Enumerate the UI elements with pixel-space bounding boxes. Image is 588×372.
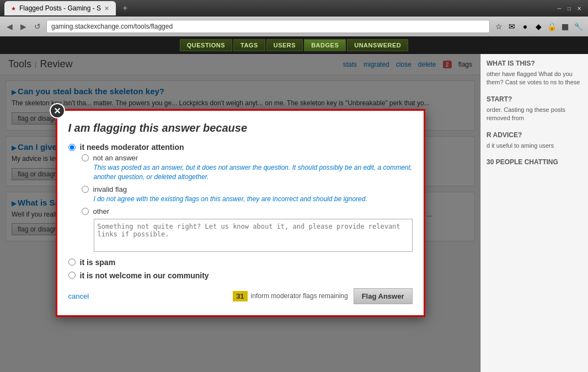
spam-radio[interactable] bbox=[68, 258, 76, 266]
close-button[interactable]: ✕ bbox=[575, 4, 584, 13]
tool-icon-1[interactable]: ● bbox=[520, 21, 531, 32]
not-an-answer-text: not an answer bbox=[93, 154, 138, 162]
nav-unanswered[interactable]: UNANSWERED bbox=[347, 39, 408, 51]
start-section: START? order. Casting ng these posts rem… bbox=[487, 95, 582, 123]
new-tab-button[interactable]: + bbox=[118, 2, 132, 14]
invalid-flag-desc: I do not agree with the existing flags o… bbox=[94, 195, 413, 204]
moderator-attention-text: it needs moderator attention bbox=[80, 143, 184, 152]
page-content: Tools | Review stats migrated close dele… bbox=[0, 54, 588, 372]
tab-close-icon[interactable]: ✕ bbox=[104, 5, 109, 12]
browser-toolbar: ◀ ▶ ↺ gaming.stackexchange.com/tools/fla… bbox=[0, 17, 588, 36]
spam-label[interactable]: it is spam bbox=[68, 258, 413, 267]
other-option: other bbox=[82, 207, 413, 254]
modal-title: I am flagging this answer because bbox=[68, 122, 413, 134]
window-controls: ─ □ ✕ bbox=[555, 4, 584, 13]
mail-icon[interactable]: ✉ bbox=[506, 21, 517, 32]
browser-titlebar: ★ Flagged Posts - Gaming - S ✕ + ─ □ ✕ bbox=[0, 0, 588, 17]
tab-title: Flagged Posts - Gaming - S bbox=[19, 4, 101, 12]
sub-options: not an answer This was posted as an answ… bbox=[82, 154, 413, 253]
invalid-flag-text: invalid flag bbox=[93, 185, 127, 193]
invalid-flag-radio[interactable] bbox=[82, 186, 89, 193]
settings-icon[interactable]: 🔧 bbox=[573, 21, 584, 32]
not-an-answer-desc: This was posted as an answer, but it doe… bbox=[94, 163, 413, 182]
what-is-this-section: WHAT IS THIS? other have flagged What do… bbox=[487, 60, 582, 87]
tool-icon-2[interactable]: ◆ bbox=[533, 21, 544, 32]
flags-count: 31 bbox=[233, 291, 247, 301]
spam-group: it is spam bbox=[68, 258, 413, 267]
forward-button[interactable]: ▶ bbox=[18, 21, 29, 32]
not-welcome-text: it is not welcome in our community bbox=[80, 271, 209, 280]
not-welcome-label[interactable]: it is not welcome in our community bbox=[68, 271, 413, 280]
not-welcome-group: it is not welcome in our community bbox=[68, 271, 413, 280]
modal-overlay: ✕ I am flagging this answer because it n… bbox=[0, 54, 480, 372]
other-text: other bbox=[93, 207, 110, 215]
advice-text: d it useful to aming users bbox=[487, 142, 582, 150]
flags-remaining-label: inform moderator flags remaining bbox=[251, 292, 348, 300]
nav-tags[interactable]: TAGS bbox=[233, 39, 265, 51]
other-radio[interactable] bbox=[82, 208, 89, 215]
cancel-link[interactable]: cancel bbox=[68, 292, 89, 300]
other-textarea[interactable] bbox=[94, 219, 413, 252]
start-text: order. Casting ng these posts removed fr… bbox=[487, 106, 582, 123]
what-is-this-text: other have flagged What do you them? Cas… bbox=[487, 70, 582, 87]
flags-remaining: 31 inform moderator flags remaining bbox=[233, 291, 348, 301]
tab-favicon: ★ bbox=[11, 6, 16, 12]
tool-icon-3[interactable]: ▦ bbox=[559, 21, 570, 32]
maximize-button[interactable]: □ bbox=[565, 4, 574, 13]
nav-users[interactable]: USERS bbox=[266, 39, 303, 51]
what-is-this-title: WHAT IS THIS? bbox=[487, 60, 582, 67]
moderator-attention-group: it needs moderator attention not an answ… bbox=[68, 143, 413, 253]
browser-tab[interactable]: ★ Flagged Posts - Gaming - S ✕ bbox=[4, 1, 116, 15]
flag-answer-button[interactable]: Flag Answer bbox=[354, 288, 413, 304]
modal-footer: cancel 31 inform moderator flags remaini… bbox=[68, 288, 413, 304]
chatting-section: 30 PEOPLE CHATTING bbox=[487, 158, 582, 166]
url-text: gaming.stackexchange.com/tools/flagged bbox=[51, 23, 485, 30]
not-welcome-radio[interactable] bbox=[68, 272, 76, 279]
address-bar[interactable]: gaming.stackexchange.com/tools/flagged bbox=[46, 20, 490, 33]
chatting-title: 30 PEOPLE CHATTING bbox=[487, 158, 582, 166]
spam-text: it is spam bbox=[80, 258, 116, 267]
main-content: Tools | Review stats migrated close dele… bbox=[0, 54, 480, 372]
moderator-attention-radio[interactable] bbox=[68, 144, 76, 151]
not-an-answer-label[interactable]: not an answer bbox=[82, 154, 413, 162]
site-navigation: QUESTIONS TAGS USERS BADGES UNANSWERED bbox=[0, 36, 588, 54]
back-button[interactable]: ◀ bbox=[4, 21, 15, 32]
modal-close-button[interactable]: ✕ bbox=[50, 103, 65, 118]
nav-badges[interactable]: BADGES bbox=[304, 39, 346, 51]
advice-title: R ADVICE? bbox=[487, 131, 582, 139]
nav-questions[interactable]: QUESTIONS bbox=[180, 39, 232, 51]
moderator-attention-label[interactable]: it needs moderator attention bbox=[68, 143, 413, 152]
refresh-button[interactable]: ↺ bbox=[32, 21, 43, 32]
advice-section: R ADVICE? d it useful to aming users bbox=[487, 131, 582, 150]
invalid-flag-option: invalid flag I do not agree with the exi… bbox=[82, 185, 413, 204]
other-label[interactable]: other bbox=[82, 207, 413, 215]
not-an-answer-option: not an answer This was posted as an answ… bbox=[82, 154, 413, 182]
lock-icon[interactable]: 🔒 bbox=[546, 21, 557, 32]
flag-modal: ✕ I am flagging this answer because it n… bbox=[56, 109, 425, 316]
minimize-button[interactable]: ─ bbox=[555, 4, 564, 13]
not-an-answer-radio[interactable] bbox=[82, 154, 89, 161]
start-title: START? bbox=[487, 95, 582, 103]
invalid-flag-label[interactable]: invalid flag bbox=[82, 185, 413, 193]
toolbar-icons: ☆ ✉ ● ◆ 🔒 ▦ 🔧 bbox=[493, 21, 584, 32]
bookmark-icon[interactable]: ☆ bbox=[493, 21, 504, 32]
right-sidebar: WHAT IS THIS? other have flagged What do… bbox=[480, 54, 588, 372]
